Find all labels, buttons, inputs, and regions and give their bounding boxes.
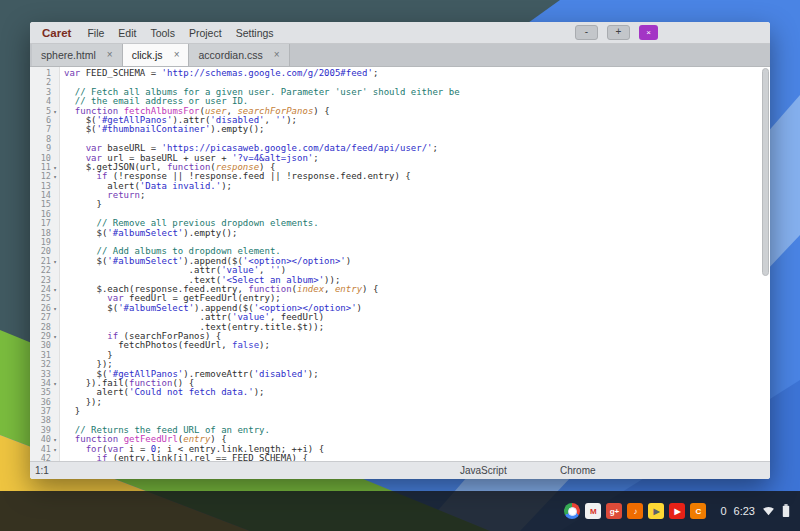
clock: 6:23 [734,505,755,517]
theme-button[interactable]: Chrome [560,465,596,476]
caret-icon[interactable]: C [690,503,706,519]
gmail-icon[interactable]: M [585,503,601,519]
code-line[interactable]: } [64,351,770,360]
gutter-line: 5▾ [30,107,59,116]
code-line[interactable]: }); [64,398,770,407]
code-line[interactable]: fetchPhotos(feedUrl, false); [64,341,770,350]
scrollbar[interactable] [762,68,769,460]
line-number: 42 [41,454,51,461]
tab-bar: sphere.html × click.js × accordian.css × [30,44,770,67]
battery-icon [782,504,790,518]
fold-icon[interactable]: ▾ [51,445,59,454]
fold-icon[interactable]: ▾ [51,172,59,181]
youtube-icon[interactable]: ▶ [669,503,685,519]
play-music-icon[interactable]: ♪ [627,503,643,519]
shelf: Mg+♪▶▶C 0 6:23 [0,491,800,531]
maximize-button[interactable]: + [607,25,630,40]
tab-close-icon[interactable]: × [107,50,113,60]
fold-icon[interactable]: ▾ [51,304,59,313]
gutter-line: 7 [30,125,59,134]
gutter-line: 42 [30,454,59,461]
menu-settings[interactable]: Settings [236,27,274,39]
tab-sphere-html[interactable]: sphere.html × [32,44,123,66]
wifi-icon [762,506,775,516]
code-line[interactable]: var FEED_SCHEMA = 'http://schemas.google… [64,69,770,78]
syntax-mode-button[interactable]: JavaScript [460,465,507,476]
window-controls: - + × [575,25,658,40]
titlebar[interactable]: Caret File Edit Tools Project Settings -… [30,22,770,44]
gutter-line: 6 [30,116,59,125]
tab-label: accordian.css [198,49,262,61]
scrollbar-thumb[interactable] [762,68,769,276]
code-line[interactable]: return; [64,191,770,200]
tab-accordian-css[interactable]: accordian.css × [189,44,289,66]
tab-close-icon[interactable]: × [274,50,280,60]
fold-icon[interactable]: ▾ [51,257,59,266]
gutter: 12345▾67891011▾12▾131415161718192021▾222… [30,67,60,461]
play-store-icon[interactable]: ▶ [648,503,664,519]
gutter-line: 3 [30,88,59,97]
gutter-line: 4 [30,97,59,106]
fold-icon[interactable]: ▾ [51,435,59,444]
code-line[interactable]: } [64,200,770,209]
menu-edit[interactable]: Edit [118,27,136,39]
fold-icon[interactable]: ▾ [51,107,59,116]
menu-file[interactable]: File [87,27,104,39]
fold-icon[interactable]: ▾ [51,163,59,172]
tab-label: click.js [132,49,163,61]
app-title: Caret [42,27,71,39]
code-line[interactable]: $('#thumbnailContainer').empty(); [64,125,770,134]
code-line[interactable]: $('#albumSelect').empty(); [64,229,770,238]
notification-count: 0 [720,505,726,517]
gutter-line: 1 [30,69,59,78]
close-button[interactable]: × [639,25,658,40]
gutter-line: 2 [30,78,59,87]
fold-icon[interactable]: ▾ [51,379,59,388]
menu-project[interactable]: Project [189,27,222,39]
code-line[interactable]: } [64,407,770,416]
cursor-position: 1:1 [35,465,49,476]
code-editor[interactable]: 12345▾67891011▾12▾131415161718192021▾222… [30,67,770,461]
fold-icon[interactable]: ▾ [51,332,59,341]
status-bar: 1:1 JavaScript Chrome [30,461,770,479]
code-line[interactable]: alert('Data invalid.'); [64,182,770,191]
fold-icon[interactable]: ▾ [51,285,59,294]
gplus-icon[interactable]: g+ [606,503,622,519]
minimize-button[interactable]: - [575,25,598,40]
gutter-line: 8 [30,135,59,144]
menu-tools[interactable]: Tools [150,27,175,39]
tab-label: sphere.html [41,49,96,61]
code-lines[interactable]: var FEED_SCHEMA = 'http://schemas.google… [60,67,770,461]
system-tray[interactable]: 0 6:23 [718,502,792,520]
shelf-apps: Mg+♪▶▶C [564,503,706,519]
chrome-icon[interactable] [564,503,580,519]
caret-window: Caret File Edit Tools Project Settings -… [30,22,770,479]
tab-close-icon[interactable]: × [174,50,180,60]
code-line[interactable]: alert('Could not fetch data.'); [64,388,770,397]
tab-click-js[interactable]: click.js × [123,44,190,66]
code-line[interactable]: if (entry.link[i].rel == FEED_SCHEMA) { [64,454,770,461]
